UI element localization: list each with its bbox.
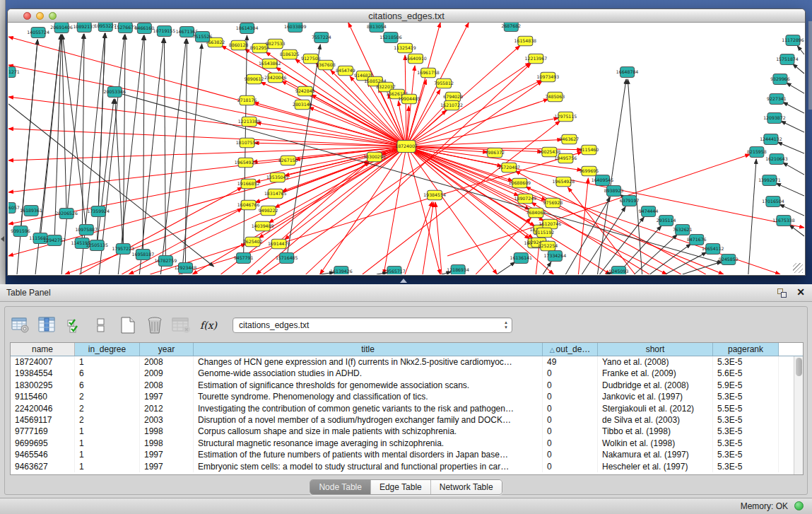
graph-node-19166852[interactable]: 19166852: [237, 179, 260, 189]
memory-ok-indicator[interactable]: [794, 501, 804, 510]
graph-node-6794028[interactable]: 6794028: [443, 92, 463, 102]
citation-edge-black[interactable]: [599, 217, 644, 274]
graph-node-23420046[interactable]: 23420046: [264, 73, 287, 83]
graph-node-2687682[interactable]: 2687682: [501, 23, 521, 32]
citation-edge-black[interactable]: [497, 262, 515, 274]
graph-node-9474444[interactable]: 9474444: [639, 206, 659, 217]
graph-node-15716485[interactable]: 15716485: [276, 253, 298, 264]
graph-node-20511271[interactable]: 20511271: [8, 67, 20, 78]
table-row[interactable]: 946554611997Estimation of the future num…: [11, 449, 803, 460]
column-header-short[interactable]: short: [598, 343, 713, 356]
graph-node-14039489[interactable]: 14039489: [252, 221, 274, 231]
citation-edge-red[interactable]: [476, 218, 531, 274]
graph-node-10688609[interactable]: 10688609: [509, 178, 531, 188]
graph-node-18107552[interactable]: 18107552: [236, 138, 259, 148]
table-settings-button[interactable]: [11, 315, 30, 335]
window-resize-grip[interactable]: [793, 263, 803, 273]
graph-node-11172896[interactable]: 11172896: [782, 35, 804, 46]
graph-node-15276673[interactable]: 15276673: [114, 23, 137, 33]
table-row[interactable]: 1830029562008Estimation of significance …: [11, 380, 803, 391]
float-panel-icon[interactable]: [777, 288, 787, 298]
graph-node-17334264[interactable]: 17334264: [544, 251, 567, 262]
column-header-out-degree[interactable]: △out_de…: [543, 343, 598, 356]
citation-edge-red[interactable]: [435, 202, 442, 274]
citation-edge-red[interactable]: [306, 64, 531, 274]
graph-node-10973493[interactable]: 10973493: [537, 72, 560, 82]
citation-edge-red[interactable]: [406, 139, 562, 146]
graph-node-11325419[interactable]: 11325419: [394, 43, 416, 53]
vertical-scrollbar[interactable]: [794, 356, 803, 474]
graph-node-9466160[interactable]: 9466160: [135, 23, 155, 34]
citation-edge-red[interactable]: [406, 80, 541, 146]
citation-edge-black[interactable]: [787, 83, 804, 93]
graph-node-9227341[interactable]: 9227341: [767, 94, 787, 105]
column-header-title[interactable]: title: [194, 343, 543, 356]
graph-node-16543862[interactable]: 16543862: [259, 59, 281, 69]
citation-edge-black[interactable]: [781, 121, 804, 132]
graph-node-7955812[interactable]: 7955812: [434, 78, 454, 88]
graph-node-9329966[interactable]: 9329966: [770, 74, 790, 85]
graph-node-7632621[interactable]: 7632621: [673, 225, 693, 235]
citation-edge-black[interactable]: [779, 204, 804, 216]
citation-edge-black[interactable]: [143, 35, 144, 255]
citation-edge-black[interactable]: [118, 35, 143, 274]
graph-node-8454749[interactable]: 8454749: [336, 66, 355, 76]
citation-edge-black[interactable]: [442, 272, 451, 274]
graph-node-19495756[interactable]: 19495756: [555, 153, 577, 163]
graph-node-12213389[interactable]: 12213389: [238, 117, 261, 127]
graph-node-9391596[interactable]: 9391596: [11, 226, 30, 237]
scrollbar-thumb[interactable]: [796, 358, 802, 376]
graph-node-16033809[interactable]: 16033809: [284, 23, 307, 33]
citation-edge-black[interactable]: [776, 183, 804, 196]
table-row[interactable]: 1456911722003Disruption of a novel membe…: [11, 414, 803, 426]
citation-edge-red[interactable]: [406, 99, 548, 146]
citation-edge-black[interactable]: [797, 46, 804, 54]
citation-edge-black[interactable]: [114, 92, 722, 263]
graph-node-9115192[interactable]: 9115192: [535, 228, 555, 238]
graph-node-17957223[interactable]: 17957223: [112, 244, 135, 255]
graph-node-16154838[interactable]: 16154838: [514, 36, 537, 46]
tab-edge-table[interactable]: Edge Table: [371, 480, 431, 494]
graph-node-11675338[interactable]: 11675338: [772, 216, 795, 226]
graph-node-8186325[interactable]: 8186325: [280, 49, 300, 59]
graph-node-16210643[interactable]: 16210643: [765, 154, 788, 165]
graph-node-7515526[interactable]: 7515526: [193, 32, 213, 42]
graph-node-25206057[interactable]: 25206057: [8, 203, 20, 214]
citation-edge-black[interactable]: [783, 163, 804, 175]
graph-node-6379197[interactable]: 6379197: [620, 196, 640, 206]
graph-node-9756928[interactable]: 9756928: [543, 198, 563, 208]
graph-node-19654928[interactable]: 19654928: [553, 177, 575, 187]
close-panel-icon[interactable]: ✕: [796, 286, 805, 298]
citation-edge-red[interactable]: [284, 146, 406, 176]
tab-network-table[interactable]: Network Table: [431, 480, 502, 494]
graph-node-16139426[interactable]: 16139426: [330, 267, 353, 275]
graph-node-9245852[interactable]: 9245852: [719, 255, 739, 265]
collapse-panel-arrow-icon[interactable]: [1, 236, 4, 242]
graph-node-9498222[interactable]: 9498222: [259, 206, 278, 216]
citation-edge-black[interactable]: [99, 35, 124, 274]
network-canvas[interactable]: 1872400776638228860128891295498275331654…: [8, 23, 804, 274]
graph-node-16782759[interactable]: 16782759: [155, 256, 177, 267]
graph-node-10953227[interactable]: 10953227: [94, 23, 117, 32]
new-table-button[interactable]: [118, 315, 138, 335]
graph-node-10654112[interactable]: 10654112: [702, 244, 724, 255]
graph-node-9699695[interactable]: 9699695: [579, 166, 599, 176]
delete-rows-button[interactable]: [145, 315, 165, 335]
graph-node-9245093[interactable]: 9245093: [609, 267, 629, 275]
graph-node-20206526[interactable]: 20206526: [55, 209, 78, 219]
graph-node-10719155[interactable]: 10719155: [153, 26, 176, 37]
graph-node-15218506[interactable]: 15218506: [379, 33, 402, 43]
graph-node-8267150[interactable]: 8267150: [278, 156, 298, 165]
graph-node-16189361[interactable]: 16189361: [20, 206, 42, 216]
citation-edge-red[interactable]: [531, 202, 649, 274]
citation-edge-black[interactable]: [182, 44, 201, 274]
citation-edge-red[interactable]: [242, 162, 370, 274]
column-header-name[interactable]: name: [11, 343, 75, 356]
table-row[interactable]: 1938455462009Genome-wide association stu…: [11, 368, 803, 379]
graph-node-8860128[interactable]: 8860128: [229, 40, 249, 50]
graph-node-16961758[interactable]: 16961758: [417, 68, 440, 78]
graph-node-12923448[interactable]: 12923448: [175, 263, 197, 274]
graph-node-8215958[interactable]: 8215958: [747, 147, 767, 158]
graph-node-19565717[interactable]: 19565717: [383, 267, 406, 275]
graph-node-18314765[interactable]: 18314765: [264, 189, 287, 199]
